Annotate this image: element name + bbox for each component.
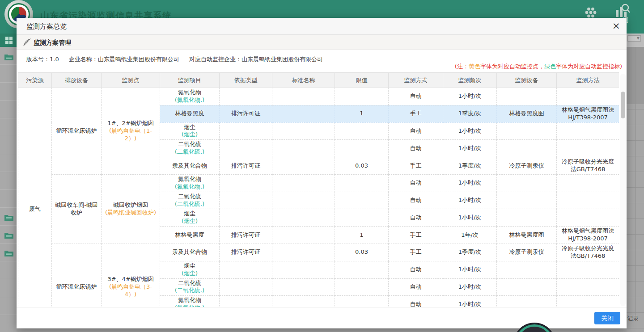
cell-basis-type [220, 261, 272, 278]
column-header: 监测项目 [160, 73, 220, 88]
cell-monitor-method: 手工 [389, 227, 443, 244]
cell-monitor-point: 1#、2#锅炉烟囱(晨鸣自备电（1-2）) [102, 88, 160, 175]
cell-monitor-item: 氮氧化物(氮氧化物.) [160, 174, 220, 192]
folder-icon [4, 249, 14, 257]
cell-standard-name [272, 296, 335, 307]
cell-limit-value [335, 88, 389, 105]
menu-grid-icon [5, 37, 13, 44]
cell-pollution-source: 废气 [18, 88, 52, 307]
cell-standard-name [272, 227, 335, 244]
cell-analysis-method: 林格曼烟气黑度图法HJ/T398-2007 [557, 227, 619, 244]
folder-icon [4, 53, 14, 61]
cell-analysis-method [557, 174, 619, 192]
cell-standard-name [272, 140, 335, 157]
cell-analysis-method [557, 122, 619, 140]
cell-monitor-frequency: 1小时/次 [443, 278, 497, 296]
cell-monitor-frequency: 1小时/次 [443, 88, 497, 105]
auto-monitor-indicator-label: (烟尘) [162, 131, 217, 139]
cell-analysis-method [557, 261, 619, 278]
table-row[interactable]: 废气循环流化床锅炉1#、2#锅炉烟囱(晨鸣自备电（1-2）)氮氧化物(氮氧化物.… [18, 88, 619, 105]
cell-monitor-item: 烟尘(烟尘) [160, 122, 220, 140]
note-prefix: (注： [455, 63, 469, 70]
cell-analysis-method: 林格曼烟气黑度图法HJ/T398-2007 [557, 105, 619, 122]
cell-monitor-frequency: 1季度/次 [443, 105, 497, 122]
cell-monitor-method: 自动 [389, 192, 443, 209]
cell-monitor-frequency: 1小时/次 [443, 140, 497, 157]
record-count-partial-text: 记录 [627, 315, 639, 323]
column-header: 监测点 [102, 73, 160, 88]
cell-basis-type [220, 278, 272, 296]
cell-basis-type [220, 192, 272, 209]
cell-limit-value [335, 140, 389, 157]
cell-monitor-method: 手工 [389, 157, 443, 175]
auto-monitor-point-label: (晨鸣自备电（3-4）) [104, 283, 157, 298]
cell-standard-name [272, 174, 335, 192]
cell-monitor-frequency: 1小时/次 [443, 122, 497, 140]
cell-monitor-frequency: 1季度/次 [443, 244, 497, 261]
cell-equipment: 循环流化床锅炉 [52, 88, 102, 175]
cell-basis-type [220, 174, 272, 192]
section-title: 监测方案管理 [34, 35, 71, 50]
cell-basis-type [220, 122, 272, 140]
cell-monitor-frequency: 1小时/次 [443, 209, 497, 227]
cell-monitor-device [497, 278, 557, 296]
cell-monitor-method: 自动 [389, 296, 443, 307]
auto-monitor-indicator-label: (二氧化硫.) [162, 287, 217, 294]
cell-standard-name [272, 88, 335, 105]
column-header: 依据类型 [220, 73, 272, 88]
note-green: 绿色 [544, 63, 556, 70]
cell-basis-type: 排污许可证 [220, 244, 272, 261]
cell-standard-name [272, 261, 335, 278]
table-row[interactable]: 碱回收车间-碱回收炉碱回收炉烟囱(晨鸣纸业碱回收炉)氮氧化物(氮氧化物.)自动1… [18, 174, 619, 192]
cell-limit-value [335, 209, 389, 227]
cell-analysis-method [557, 278, 619, 296]
cell-monitor-point: 3#、4#锅炉烟囱(晨鸣自备电（3-4）) [102, 244, 160, 307]
cell-limit-value [335, 122, 389, 140]
cell-monitor-frequency: 1小时/次 [443, 261, 497, 278]
cell-monitor-device [497, 174, 557, 192]
cell-equipment: 碱回收车间-碱回收炉 [52, 174, 102, 244]
cell-basis-type: 排污许可证 [220, 157, 272, 175]
cell-monitor-method: 手工 [389, 105, 443, 122]
cell-limit-value [335, 278, 389, 296]
cell-monitor-item: 氮氧化物(氮氧化物.) [160, 88, 220, 105]
scrollbar-thumb[interactable] [621, 92, 625, 118]
cell-analysis-method [557, 88, 619, 105]
cell-monitor-item: 汞及其化合物 [160, 157, 220, 175]
auto-monitor-indicator-label: (烟尘) [162, 270, 217, 277]
cell-limit-value [335, 296, 389, 307]
cell-standard-name [272, 157, 335, 175]
auto-monitor-indicator-label: (二氧化硫.) [162, 148, 217, 156]
cell-basis-type: 排污许可证 [220, 227, 272, 244]
cell-basis-type [220, 88, 272, 105]
cell-monitor-point: 碱回收炉烟囱(晨鸣纸业碱回收炉) [102, 174, 160, 244]
cell-monitor-device [497, 122, 557, 140]
cell-monitor-frequency: 1小时/次 [443, 296, 497, 307]
cell-monitor-method: 自动 [389, 140, 443, 157]
cell-monitor-item: 汞及其化合物 [160, 244, 220, 261]
background-content-right: ▼ [627, 34, 644, 332]
auto-monitor-indicator-label: (氮氧化物.) [162, 97, 217, 104]
auto-monitor-indicator-label: (烟尘) [162, 218, 217, 225]
cell-limit-value: 0.03 [335, 244, 389, 261]
cell-monitor-device [497, 140, 557, 157]
column-header: 限值 [335, 73, 389, 88]
background-table-vline [636, 47, 636, 319]
cell-monitor-device [497, 88, 557, 105]
table-row[interactable]: 循环流化床锅炉3#、4#锅炉烟囱(晨鸣自备电（3-4）)汞及其化合物排污许可证0… [18, 244, 619, 261]
column-header: 污染源 [18, 73, 52, 88]
note-yellow: 黄色 [469, 63, 480, 70]
cell-monitor-item: 氮氧化物(氮氧化物.) [160, 296, 220, 307]
cell-limit-value [335, 261, 389, 278]
close-icon[interactable]: × [612, 20, 620, 32]
monitoring-plan-table-wrap: 污染源排放设备监测点监测项目依据类型标准名称限值监测方式监测频次监测设备监测方法… [18, 72, 619, 307]
cell-standard-name [272, 244, 335, 261]
close-button[interactable]: 关闭 [594, 312, 620, 324]
cell-monitor-method: 自动 [389, 122, 443, 140]
monitoring-plan-table: 污染源排放设备监测点监测项目依据类型标准名称限值监测方式监测频次监测设备监测方法… [18, 72, 619, 307]
folder-icon [4, 214, 14, 221]
cell-monitor-device [497, 209, 557, 227]
table-scrollbar[interactable] [620, 74, 626, 306]
column-header: 监测方式 [389, 73, 443, 88]
cell-monitor-device [497, 261, 557, 278]
